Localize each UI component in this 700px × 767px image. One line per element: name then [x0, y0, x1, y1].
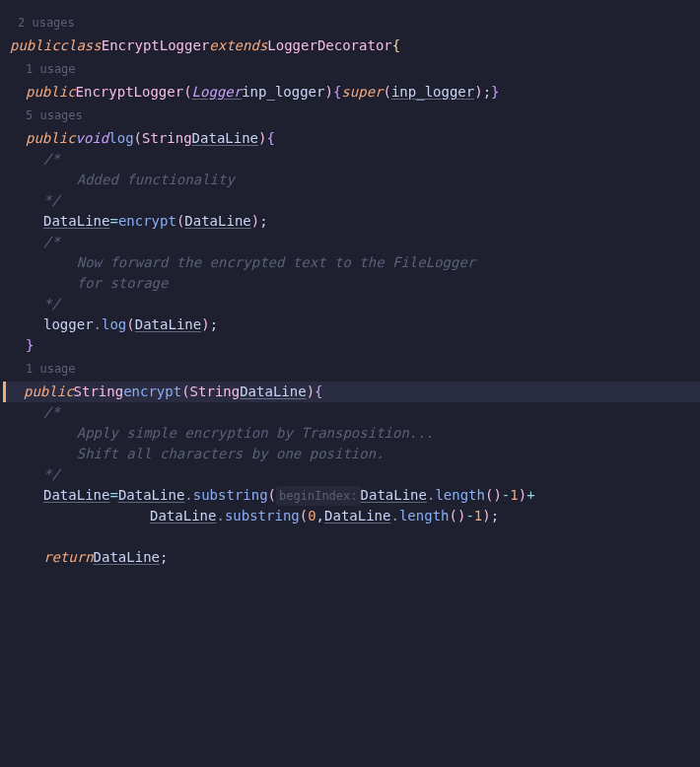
paren-close: )	[493, 485, 501, 506]
param-name: DataLine	[240, 382, 306, 402]
code-line[interactable]: public class EncryptLogger extends Logge…	[8, 35, 700, 56]
paren-open: (	[176, 211, 184, 232]
code-line[interactable]: DataLine.substring(0, DataLine.length() …	[8, 506, 700, 526]
paren-close: )	[474, 82, 482, 103]
assign: =	[109, 211, 117, 232]
comment-line: /*	[8, 232, 700, 252]
code-line[interactable]: }	[8, 335, 700, 356]
var: DataLine	[361, 485, 427, 506]
keyword-super: super	[341, 82, 383, 103]
var: DataLine	[118, 485, 184, 506]
brace-open: {	[315, 382, 322, 402]
semicolon: ;	[210, 314, 218, 335]
blank-line	[8, 526, 700, 547]
arg: DataLine	[184, 211, 250, 232]
comment-line: for storage	[8, 273, 700, 294]
param-type: String	[142, 128, 192, 149]
paren-open: (	[384, 82, 391, 103]
comment-line: Added functionality	[8, 170, 700, 190]
brace-open: {	[333, 82, 341, 103]
code-line[interactable]: DataLine = encrypt(DataLine);	[8, 211, 700, 232]
keyword-public: public	[10, 35, 60, 56]
param-name: inp_logger	[242, 82, 324, 103]
field-ref: logger	[43, 314, 94, 335]
brace-open: {	[266, 128, 274, 149]
semicolon: ;	[491, 506, 499, 526]
keyword-public: public	[26, 128, 76, 149]
superclass-name: LoggerDecorator	[267, 35, 391, 56]
comment-line: Shift all characters by one position.	[8, 444, 700, 464]
code-editor[interactable]: 2 usages public class EncryptLogger exte…	[0, 0, 700, 578]
var: DataLine	[324, 506, 390, 526]
code-line[interactable]: public void log(String DataLine) {	[8, 128, 700, 149]
paren-close: )	[201, 314, 209, 335]
code-line-current[interactable]: public String encrypt(String DataLine) {	[3, 382, 700, 402]
paren-close: )	[482, 506, 490, 526]
comment-line: /*	[8, 402, 700, 423]
return-type: String	[74, 382, 124, 402]
method-call: log	[102, 314, 126, 335]
paren-close: )	[519, 485, 526, 506]
param-type: String	[190, 382, 241, 402]
comment-line: */	[8, 294, 700, 314]
paren-open: (	[181, 382, 189, 402]
comment-line: */	[8, 464, 700, 485]
keyword-return: return	[43, 547, 94, 568]
number: 1	[510, 485, 518, 506]
dot: .	[427, 485, 435, 506]
paren-open: (	[268, 485, 276, 506]
method-call: substring	[225, 506, 300, 526]
paren-open: (	[183, 82, 191, 103]
code-line[interactable]: DataLine = DataLine.substring( beginInde…	[8, 485, 700, 506]
comment-line: Now forward the encrypted text to the Fi…	[8, 252, 700, 273]
usage-hint: 1 usage	[8, 56, 700, 82]
comma: ,	[316, 506, 324, 526]
var: DataLine	[94, 547, 160, 568]
arg: inp_logger	[391, 82, 474, 103]
code-line[interactable]: logger.log(DataLine);	[8, 314, 700, 335]
assign: =	[109, 485, 117, 506]
comment-line: */	[8, 190, 700, 211]
keyword-extends: extends	[209, 35, 267, 56]
usage-hint: 1 usage	[8, 356, 700, 382]
paren-close: )	[324, 82, 332, 103]
method-call: length	[435, 485, 485, 506]
paren-close: )	[307, 382, 315, 402]
constructor-name: EncryptLogger	[76, 82, 184, 103]
paren-close: )	[251, 211, 259, 232]
paren-open: (	[126, 314, 134, 335]
return-type: void	[76, 128, 109, 149]
param-name: DataLine	[192, 128, 258, 149]
method-name: encrypt	[123, 382, 181, 402]
usage-hint: 2 usages	[8, 10, 700, 35]
semicolon: ;	[160, 547, 168, 568]
param-type: Logger	[192, 82, 243, 103]
plus: +	[526, 485, 534, 506]
arg: DataLine	[135, 314, 201, 335]
paren-open: (	[134, 128, 142, 149]
param-hint: beginIndex:	[276, 486, 360, 506]
brace-close: }	[491, 82, 499, 103]
paren-open: (	[450, 506, 457, 526]
method-call: substring	[193, 485, 268, 506]
var: DataLine	[150, 506, 216, 526]
brace-close: }	[26, 335, 34, 356]
keyword-class: class	[60, 35, 102, 56]
usage-hint: 5 usages	[8, 103, 700, 128]
dot: .	[94, 314, 102, 335]
var: DataLine	[43, 485, 109, 506]
code-line[interactable]: public EncryptLogger(Logger inp_logger) …	[8, 82, 700, 103]
minus: -	[502, 485, 510, 506]
paren-close: )	[258, 128, 266, 149]
paren-open: (	[300, 506, 308, 526]
dot: .	[216, 506, 224, 526]
minus: -	[465, 506, 473, 526]
semicolon: ;	[483, 82, 491, 103]
semicolon: ;	[259, 211, 267, 232]
paren-close: )	[457, 506, 465, 526]
method-name: log	[108, 128, 133, 149]
var: DataLine	[43, 211, 109, 232]
brace-open: {	[392, 35, 400, 56]
keyword-public: public	[24, 382, 74, 402]
code-line[interactable]: return DataLine;	[8, 547, 700, 568]
